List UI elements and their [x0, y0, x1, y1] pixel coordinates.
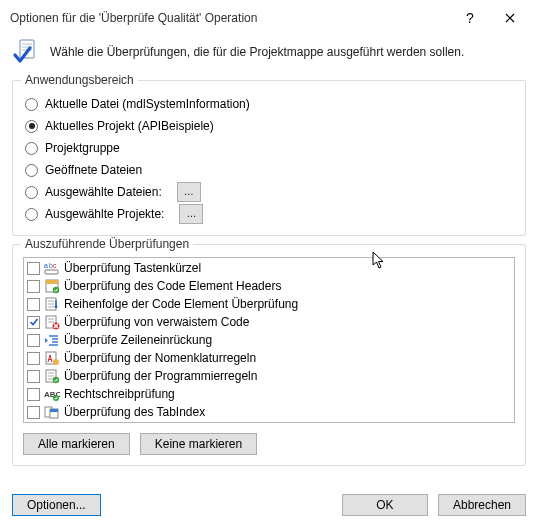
- checkbox-icon: [27, 370, 40, 383]
- dialog-button-bar: Optionen... OK Abbrechen: [12, 494, 526, 516]
- check-item-5[interactable]: Überprüfung der Nomenklaturregeln: [25, 349, 513, 367]
- checkbox-icon: [27, 316, 40, 329]
- header-icon: [44, 278, 60, 294]
- select-all-button[interactable]: Alle markieren: [23, 433, 130, 455]
- browse-button[interactable]: …: [177, 182, 201, 202]
- scope-option-5[interactable]: Ausgewählte Projekte:…: [23, 203, 515, 225]
- scope-group-title: Anwendungsbereich: [21, 73, 138, 87]
- check-item-6[interactable]: Überprüfung der Programmierregeln: [25, 367, 513, 385]
- svg-rect-7: [45, 270, 58, 274]
- svg-text:c: c: [53, 262, 57, 269]
- check-item-label: Überprüfung Tastenkürzel: [64, 261, 201, 275]
- radio-icon: [25, 142, 38, 155]
- checkbox-icon: [27, 262, 40, 275]
- order-icon: [44, 296, 60, 312]
- scope-option-label: Ausgewählte Projekte:: [45, 207, 164, 221]
- spell-icon: ABC: [44, 386, 60, 402]
- check-item-7[interactable]: ABCRechtschreibprüfung: [25, 385, 513, 403]
- tabindex-icon: [44, 404, 60, 420]
- scope-option-label: Ausgewählte Dateien:: [45, 185, 162, 199]
- help-button[interactable]: ?: [450, 5, 490, 31]
- radio-icon: [25, 186, 38, 199]
- select-none-button[interactable]: Keine markieren: [140, 433, 257, 455]
- svg-rect-9: [46, 280, 58, 284]
- check-item-label: Überprüfung des TabIndex: [64, 405, 205, 419]
- dialog-header: Wähle die Überprüfungen, die für die Pro…: [0, 34, 538, 76]
- indent-icon: [44, 332, 60, 348]
- check-item-8[interactable]: Überprüfung des TabIndex: [25, 403, 513, 421]
- scope-option-3[interactable]: Geöffnete Dateien: [23, 159, 515, 181]
- svg-rect-0: [20, 40, 34, 58]
- checkbox-icon: [27, 406, 40, 419]
- check-item-label: Rechtschreibprüfung: [64, 387, 175, 401]
- checks-group: Auszuführende Überprüfungen abcÜberprüfu…: [12, 244, 526, 466]
- scope-option-label: Geöffnete Dateien: [45, 163, 142, 177]
- scope-option-0[interactable]: Aktuelle Datei (mdlSystemInformation): [23, 93, 515, 115]
- scope-option-2[interactable]: Projektgruppe: [23, 137, 515, 159]
- check-item-1[interactable]: Überprüfung des Code Element Headers: [25, 277, 513, 295]
- browse-button[interactable]: …: [179, 204, 203, 224]
- check-item-label: Überprüfe Zeileneinrückung: [64, 333, 212, 347]
- options-button[interactable]: Optionen...: [12, 494, 101, 516]
- check-item-label: Überprüfung des Code Element Headers: [64, 279, 281, 293]
- checks-list[interactable]: abcÜberprüfung TastenkürzelÜberprüfung d…: [23, 257, 515, 423]
- check-item-label: Überprüfung der Nomenklaturregeln: [64, 351, 256, 365]
- svg-rect-36: [50, 409, 58, 412]
- scope-option-label: Aktuelles Projekt (APIBeispiele): [45, 119, 214, 133]
- window-title: Optionen für die 'Überprüfe Qualität' Op…: [10, 11, 450, 25]
- close-button[interactable]: [490, 5, 530, 31]
- scope-group: Anwendungsbereich Aktuelle Datei (mdlSys…: [12, 80, 526, 236]
- scope-option-label: Projektgruppe: [45, 141, 120, 155]
- svg-text:a: a: [44, 262, 48, 269]
- radio-icon: [25, 120, 38, 133]
- check-item-2[interactable]: Reihenfolge der Code Element Überprüfung: [25, 295, 513, 313]
- svg-point-10: [53, 287, 59, 293]
- check-item-label: Überprüfung von verwaistem Code: [64, 315, 249, 329]
- cancel-button[interactable]: Abbrechen: [438, 494, 526, 516]
- check-item-0[interactable]: abcÜberprüfung Tastenkürzel: [25, 259, 513, 277]
- checkbox-icon: [27, 388, 40, 401]
- check-item-label: Reihenfolge der Code Element Überprüfung: [64, 297, 298, 311]
- checkbox-icon: [27, 334, 40, 347]
- check-item-label: Überprüfung der Programmierregeln: [64, 369, 257, 383]
- check-document-icon: [12, 38, 40, 66]
- check-item-3[interactable]: Überprüfung von verwaistem Code: [25, 313, 513, 331]
- keyboard-icon: abc: [44, 260, 60, 276]
- radio-icon: [25, 164, 38, 177]
- svg-point-31: [53, 377, 59, 383]
- scope-option-1[interactable]: Aktuelles Projekt (APIBeispiele): [23, 115, 515, 137]
- checkbox-icon: [27, 280, 40, 293]
- title-bar: Optionen für die 'Überprüfe Qualität' Op…: [0, 0, 538, 34]
- orphan-icon: [44, 314, 60, 330]
- check-item-4[interactable]: Überprüfe Zeileneinrückung: [25, 331, 513, 349]
- naming-icon: [44, 350, 60, 366]
- close-icon: [505, 13, 515, 23]
- checks-group-title: Auszuführende Überprüfungen: [21, 237, 193, 251]
- scope-option-label: Aktuelle Datei (mdlSystemInformation): [45, 97, 250, 111]
- dialog-description: Wähle die Überprüfungen, die für die Pro…: [50, 45, 464, 59]
- radio-icon: [25, 208, 38, 221]
- checkbox-icon: [27, 352, 40, 365]
- scope-option-4[interactable]: Ausgewählte Dateien:…: [23, 181, 515, 203]
- rules-icon: [44, 368, 60, 384]
- checkbox-icon: [27, 298, 40, 311]
- radio-icon: [25, 98, 38, 111]
- ok-button[interactable]: OK: [342, 494, 428, 516]
- svg-point-26: [53, 359, 59, 365]
